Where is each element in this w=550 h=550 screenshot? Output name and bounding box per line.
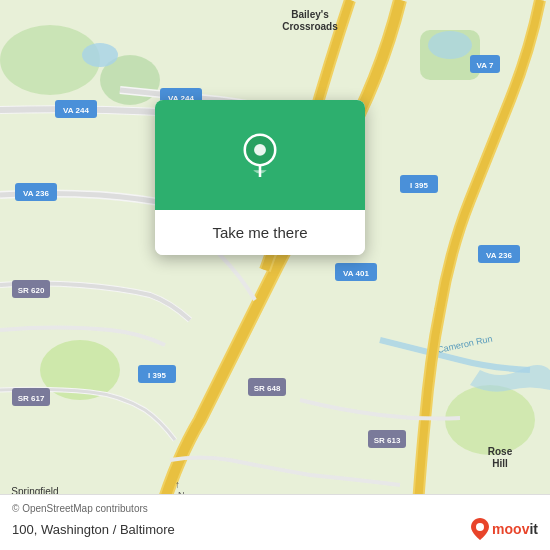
popup-header	[155, 100, 365, 210]
moovit-logo: moovit	[471, 518, 538, 540]
location-line: 100, Washington / Baltimore moovit	[12, 518, 538, 540]
svg-text:VA 244: VA 244	[63, 106, 89, 115]
svg-text:SR 613: SR 613	[374, 436, 401, 445]
svg-point-5	[82, 43, 118, 67]
svg-text:VA 236: VA 236	[486, 251, 512, 260]
svg-text:Rose: Rose	[488, 446, 513, 457]
svg-text:Hill: Hill	[492, 458, 508, 469]
svg-text:VA 236: VA 236	[23, 189, 49, 198]
svg-text:SR 620: SR 620	[18, 286, 45, 295]
map-container: I 395 I 395 I 395 VA 401 VA 244 VA 244 V…	[0, 0, 550, 550]
location-popup: Take me there	[155, 100, 365, 255]
svg-text:SR 617: SR 617	[18, 394, 45, 403]
svg-point-42	[254, 144, 266, 156]
svg-text:Crossroads: Crossroads	[282, 21, 338, 32]
svg-point-43	[476, 523, 484, 531]
svg-point-6	[428, 31, 472, 59]
svg-text:I 395: I 395	[410, 181, 428, 190]
moovit-pin-icon	[471, 518, 489, 540]
moovit-accent: moov	[492, 521, 529, 537]
svg-text:Bailey's: Bailey's	[291, 9, 329, 20]
svg-text:I 395: I 395	[148, 371, 166, 380]
svg-text:SR 648: SR 648	[254, 384, 281, 393]
location-pin-icon	[238, 133, 282, 177]
moovit-brand-text: moovit	[492, 521, 538, 537]
bottom-bar: © OpenStreetMap contributors 100, Washin…	[0, 494, 550, 550]
take-me-there-button[interactable]: Take me there	[155, 210, 365, 255]
svg-text:VA 401: VA 401	[343, 269, 369, 278]
map-roads: I 395 I 395 I 395 VA 401 VA 244 VA 244 V…	[0, 0, 550, 550]
svg-text:VA 7: VA 7	[477, 61, 494, 70]
svg-text:↑: ↑	[175, 479, 180, 490]
svg-text:Cameron Run: Cameron Run	[436, 334, 493, 355]
location-text: 100, Washington / Baltimore	[12, 522, 175, 537]
attribution-text: © OpenStreetMap contributors	[12, 503, 538, 514]
